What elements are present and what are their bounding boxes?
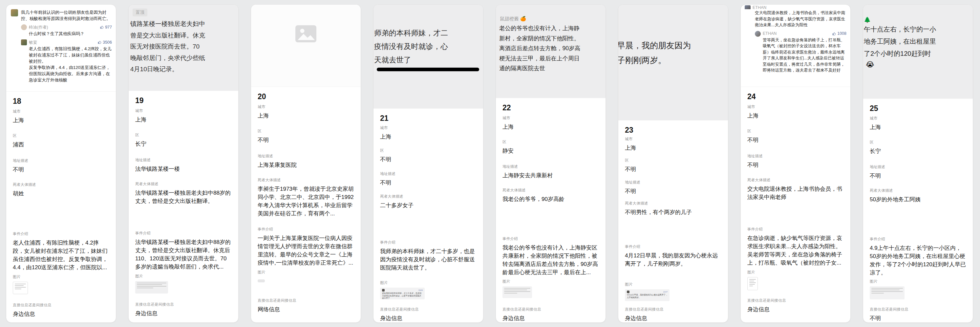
record-card-19[interactable]: 置顶 镇路某楼一楼独居老夫妇中 曾是交大出版社翻译。休克 医无对接医院而去世。7…	[128, 4, 239, 323]
field-label-address: 地址描述	[747, 154, 844, 159]
image-thumbnail[interactable]: 2147 4月12日早晨，我的朋友因为心梗永远离开了，儿子刚刚两岁。	[625, 289, 670, 301]
thumbnail-text: 还有我师弟的本科师妹，才二十多岁，也是因为疫情没有及时就诊，心脏不舒服送医院隔天…	[382, 292, 423, 300]
screenshot-text: 离酒店后差点转去方舱，90岁高	[499, 43, 606, 54]
reply-author: 柿油(作者)	[29, 24, 98, 30]
screenshot-text: 午十点左右，长宁的一小	[864, 23, 973, 35]
district-value: 长宁	[870, 147, 966, 155]
record-number: 19	[135, 96, 232, 108]
avatar	[11, 9, 18, 16]
field-label-image: 图片	[258, 270, 354, 275]
address-value: 不明	[625, 187, 721, 195]
field-label-district: 区	[503, 140, 599, 144]
field-label-event: 事件介绍	[13, 231, 109, 236]
card-gallery: 我几十年前就认识的一位胡姓朋友也是因为封控、核酸检测等原因没有得到及时救治而死亡…	[0, 0, 980, 327]
field-label-deceased: 死者大体描述	[258, 178, 354, 183]
district-value: 不明	[625, 165, 721, 173]
screenshot-text: 晚敲邻居门，央求代少些纸	[130, 53, 238, 64]
image-thumbnail[interactable]	[13, 282, 28, 294]
screenshot-text: 老公的爷爷也没有计入，上海静	[499, 23, 606, 33]
image-thumbnail[interactable]	[503, 286, 532, 298]
record-number: 22	[503, 104, 599, 116]
direct-value: 身边信息	[13, 310, 109, 318]
field-label-city: 城市	[747, 104, 844, 109]
event-value: 法华镇路某楼一楼独居老夫妇中88岁的丈夫，曾经是交大出版社翻译。休克后110、1…	[135, 238, 232, 271]
source-screenshot[interactable]: ETHAN 交大电院退休教授，上海书协会员，书法家吴中南老师在急诊病逝，缺少氧气…	[741, 5, 850, 87]
thumbnail-text: 4月12日早晨，我的朋友因为心梗永远离开了，儿子刚刚两岁。	[627, 294, 668, 299]
record-number: 25	[870, 104, 966, 116]
screenshot-text: 新村，全家阴的情况下他阳性。	[499, 33, 606, 44]
avatar	[21, 24, 27, 30]
field-label-event: 事件介绍	[747, 227, 844, 232]
like-count: 3349	[418, 289, 423, 291]
like-count[interactable]: 977	[100, 24, 112, 30]
reply-text: 苦等两天，坐在急诊角落的椅子上，打吊瓶、吸氧气（被封控的子女设法送去的，杯水车薪…	[763, 37, 846, 73]
district-value: 浦西	[13, 140, 109, 149]
image-thumbnail[interactable]	[870, 286, 905, 300]
record-card-25[interactable]: 🌲 午十点左右，长宁的一小 地务工阿姨，在出租屋里 了2个小时的120赶到时 😭…	[863, 4, 973, 323]
screenshot-text: 子刚刚两岁。	[618, 53, 728, 68]
screenshot-text: 梗无法去三甲，最后在上个周日	[499, 54, 606, 64]
record-card-23[interactable]: 早晨，我的朋友因为 子刚刚两岁。 23 城市上海 区不明 地址描述不明 死者大体…	[618, 4, 728, 323]
image-thumbnail[interactable]: 3349 还有我师弟的本科师妹，才二十多岁，也是因为疫情没有及时就诊，心脏不舒服…	[380, 288, 425, 300]
tree-emoji: 🌲	[864, 16, 973, 23]
screenshot-text: 师弟的本科师妹，才二	[374, 26, 483, 40]
screenshot-text: 天就去世了	[374, 53, 483, 67]
field-label-city: 城市	[870, 116, 966, 121]
screenshot-text: 了2个小时的120赶到时	[864, 48, 973, 60]
address-value: 不明	[870, 172, 966, 180]
address-value: 不明	[13, 166, 109, 174]
direct-value: 身边信息	[503, 314, 599, 322]
record-card-24[interactable]: ETHAN 交大电院退休教授，上海书协会员，书法家吴中南老师在急诊病逝，缺少氧气…	[740, 4, 851, 323]
field-label-direct: 直接信息还是间接信息	[625, 307, 721, 312]
avatar	[745, 5, 751, 9]
deceased-value: 法华镇路某楼一楼独居老夫妇中88岁的丈夫，曾经是交大出版社翻译。	[135, 189, 232, 205]
avatar	[627, 290, 630, 293]
field-label-city: 城市	[380, 125, 477, 130]
source-screenshot[interactable]: 🌲 午十点左右，长宁的一小 地务工阿姨，在出租屋里 了2个小时的120赶到时 😭	[863, 5, 973, 99]
address-value: 不明	[747, 161, 844, 169]
field-label-event: 事件介绍	[625, 244, 721, 249]
field-label-district: 区	[625, 158, 721, 163]
source-screenshot[interactable]: 师弟的本科师妹，才二 疫情没有及时就诊，心 天就去世了	[374, 5, 483, 108]
source-screenshot[interactable]: 我几十年前就认识的一位胡姓朋友也是因为封控、核酸检测等原因没有得到及时救治而死亡…	[6, 5, 116, 92]
district-value: 静安	[503, 147, 599, 155]
record-number: 24	[747, 92, 844, 104]
image-thumbnail[interactable]	[135, 281, 168, 294]
address-value: 不明	[380, 179, 477, 187]
like-count[interactable]: 1008	[832, 30, 846, 37]
reply-author: 敏宴	[29, 39, 96, 46]
district-value: 不明	[380, 155, 477, 164]
direct-value: 身边信息	[135, 309, 232, 317]
redaction-bar	[377, 68, 479, 71]
thumbs-up-icon	[98, 40, 102, 44]
field-label-deceased: 死者大体描述	[135, 182, 232, 187]
record-card-20[interactable]: 20 城市上海 区不明 地址描述上海某康复医院 死者大体描述李昶生于1973年，…	[251, 4, 361, 323]
event-value: 老人住浦西，有陈旧性脑梗，4.2摔跤，女儿被封在浦东过不了江，妹妹们虽住浦西但也…	[13, 239, 109, 271]
like-count[interactable]: 3506	[98, 39, 112, 46]
record-card-18[interactable]: 我几十年前就认识的一位胡姓朋友也是因为封控、核酸检测等原因没有得到及时救治而死亡…	[6, 4, 116, 323]
field-label-direct: 直接信息还是间接信息	[135, 302, 232, 307]
source-screenshot[interactable]: 早晨，我的朋友因为 子刚刚两岁。	[618, 5, 728, 121]
reply-text: 什么时候？生了其他疾病吗？	[29, 30, 112, 37]
field-label-image: 图片	[870, 279, 966, 284]
field-label-city: 城市	[258, 104, 354, 109]
source-screenshot[interactable]: 鼠甜橙酱 🍊 老公的爷爷也没有计入，上海静 新村，全家阴的情况下他阳性。 离酒店…	[496, 5, 606, 98]
source-screenshot[interactable]: 置顶 镇路某楼一楼独居老夫妇中 曾是交大出版社翻译。休克 医无对接医院而去世。7…	[129, 5, 238, 91]
reply: 敏宴 3506 老人住浦西，有陈旧性脑梗，4.2摔跤，女儿被封在浦东过不了江，妹…	[21, 39, 112, 83]
event-value: 在急诊病逝，缺少氧气等医疗资源，哀求医生求职未果...夫人亦感染为阳性。吴老师苦…	[747, 234, 844, 267]
screenshot-text: 通的隔离医院去世	[499, 63, 606, 73]
field-label-event: 事件介绍	[135, 231, 232, 236]
screenshot-text: 早晨，我的朋友因为	[618, 38, 728, 53]
record-card-21[interactable]: 师弟的本科师妹，才二 疫情没有及时就诊，心 天就去世了 21 城市上海 区不明 …	[373, 4, 484, 323]
thumbs-up-icon	[100, 25, 104, 29]
source-screenshot-placeholder[interactable]	[251, 5, 361, 87]
screenshot-text: 4月10日晚记录。	[130, 64, 238, 75]
record-number: 18	[13, 97, 109, 109]
field-label-city: 城市	[625, 137, 721, 142]
record-card-22[interactable]: 鼠甜橙酱 🍊 老公的爷爷也没有计入，上海静 新村，全家阴的情况下他阳性。 离酒店…	[496, 4, 606, 323]
city-value: 上海	[870, 123, 966, 131]
field-label-event: 事件介绍	[870, 237, 966, 242]
image-thumbnail[interactable]	[747, 277, 758, 290]
image-thumbnail[interactable]	[258, 279, 265, 282]
field-label-deceased: 死者大体描述	[13, 182, 109, 187]
